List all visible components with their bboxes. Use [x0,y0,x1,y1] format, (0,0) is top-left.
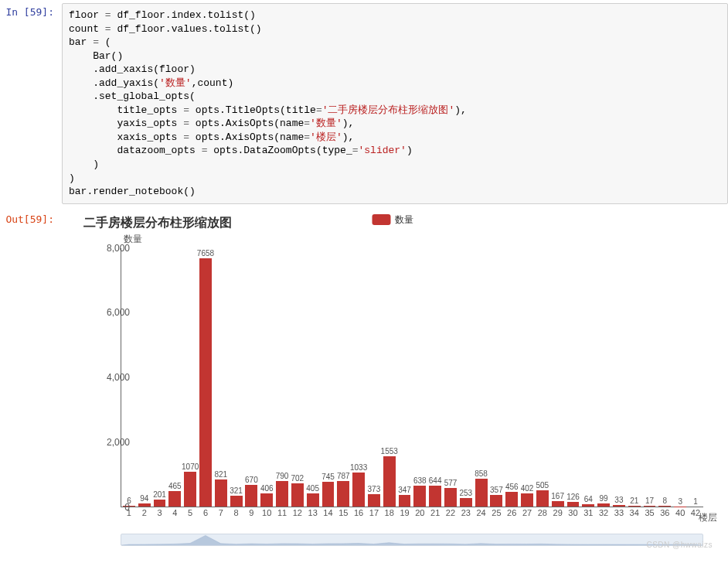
x-tick-label: 10 [259,507,274,517]
bar-slot: 78715 [335,248,351,507]
x-tick-label: 16 [351,507,366,517]
x-tick-label: 28 [535,507,550,517]
y-tick-label: 2,000 [91,437,130,448]
x-tick-label: 4 [167,507,182,517]
bar-value-label: 1033 [350,463,367,473]
bar[interactable]: 321 [230,496,243,506]
bar-value-label: 402 [521,484,534,493]
bar[interactable]: 253 [460,498,472,507]
x-tick-label: 36 [657,507,672,517]
y-tick-label: 4,000 [91,372,130,383]
bar-slot: 155318 [382,248,397,507]
x-tick-label: 27 [519,507,535,517]
bar-slot: 74514 [321,248,336,507]
bar[interactable]: 465 [168,491,181,506]
bar-value-label: 406 [260,484,274,493]
x-tick-label: 9 [244,507,260,517]
x-tick-label: 31 [580,507,596,517]
bar[interactable]: 373 [368,494,380,507]
bar[interactable]: 505 [536,490,549,507]
bar-slot: 79011 [274,248,290,507]
bar[interactable]: 858 [475,479,488,507]
bar[interactable]: 670 [245,485,257,507]
bar[interactable]: 456 [505,492,518,507]
bar[interactable]: 347 [399,495,411,507]
bar[interactable]: 357 [490,495,502,507]
chart[interactable]: 二手房楼层分布柱形缩放图 数量 数量 楼层 619422013465410705… [68,213,717,546]
legend-swatch-icon [373,214,391,225]
bar-value-label: 638 [413,476,427,486]
output-area: 二手房楼层分布柱形缩放图 数量 数量 楼层 619422013465410705… [62,210,728,549]
bar-slot: 4654 [167,248,182,507]
x-tick-label: 34 [627,507,642,517]
bar-value-label: 1 [693,497,698,507]
bar-value-label: 373 [368,485,381,494]
bar-slot: 6709 [244,248,260,507]
bar[interactable]: 577 [444,488,457,507]
watermark: CSDN @hwwaizs [646,541,713,549]
bar-value-label: 702 [291,474,304,483]
bar-value-label: 126 [566,493,580,502]
x-tick-label: 2 [137,507,152,517]
x-tick-label: 14 [321,507,336,517]
x-tick-label: 20 [412,507,427,517]
bar-slot: 836 [657,248,672,507]
y-tick-label: 8,000 [91,243,130,254]
bar[interactable]: 406 [260,493,273,507]
bar[interactable]: 402 [521,493,533,507]
bar[interactable]: 7658 [199,258,212,507]
x-tick-label: 5 [182,507,198,517]
bar-slot: 12630 [566,248,581,507]
x-tick-label: 11 [274,507,290,517]
bar-slot: 1735 [642,248,658,507]
bar-value-label: 505 [536,481,549,490]
bar-slot: 16729 [550,248,566,507]
bar[interactable]: 638 [413,486,426,507]
bar[interactable]: 405 [307,493,319,507]
bar[interactable]: 201 [154,500,166,506]
x-tick-label: 40 [672,507,688,517]
input-prompt: In [59]: [0,3,62,204]
bar-value-label: 858 [475,469,488,479]
bar[interactable]: 1553 [383,456,396,507]
x-tick-label: 7 [213,507,229,517]
bar[interactable]: 745 [322,482,335,506]
bar-slot: 64421 [427,248,443,507]
bar[interactable]: 1070 [184,472,196,507]
bar-slot: 2013 [152,248,168,507]
bar[interactable]: 1033 [352,473,365,506]
legend-label: 数量 [395,213,413,227]
bar-value-label: 577 [444,479,458,488]
x-tick-label: 17 [366,507,382,517]
x-tick-label: 15 [335,507,351,517]
legend[interactable]: 数量 [373,213,413,227]
bar-slot: 3333 [611,248,627,507]
code-editor[interactable]: floor = df_floor.index.tolist() count = … [62,3,728,204]
bar-slot: 63820 [412,248,427,507]
bar[interactable]: 821 [215,479,227,506]
bar-slot: 9932 [596,248,611,507]
x-tick-label: 29 [550,507,566,517]
bar-value-label: 7658 [197,249,214,258]
bar[interactable]: 644 [429,486,441,507]
bar-value-label: 1070 [182,462,199,472]
bar[interactable]: 702 [291,483,304,506]
bar[interactable]: 787 [337,481,349,507]
bar-value-label: 670 [245,476,258,485]
bar[interactable]: 790 [276,481,288,507]
bar-slot: 8217 [213,248,229,507]
x-tick-label: 19 [397,507,413,517]
datazoom-slider[interactable] [121,534,703,546]
bar-slot: 6431 [580,248,596,507]
bar-slot: 142 [688,248,703,507]
bar-slot: 57722 [443,248,458,507]
bar-slot: 50528 [535,248,550,507]
x-tick-label: 26 [504,507,519,517]
x-tick-label: 35 [642,507,658,517]
bar-slot: 2134 [627,248,642,507]
bar-slot: 76586 [198,248,213,507]
bar-slot: 25323 [458,248,474,507]
bar[interactable]: 167 [552,501,564,507]
x-tick-label: 8 [229,507,244,517]
bar-value-label: 644 [429,476,442,486]
